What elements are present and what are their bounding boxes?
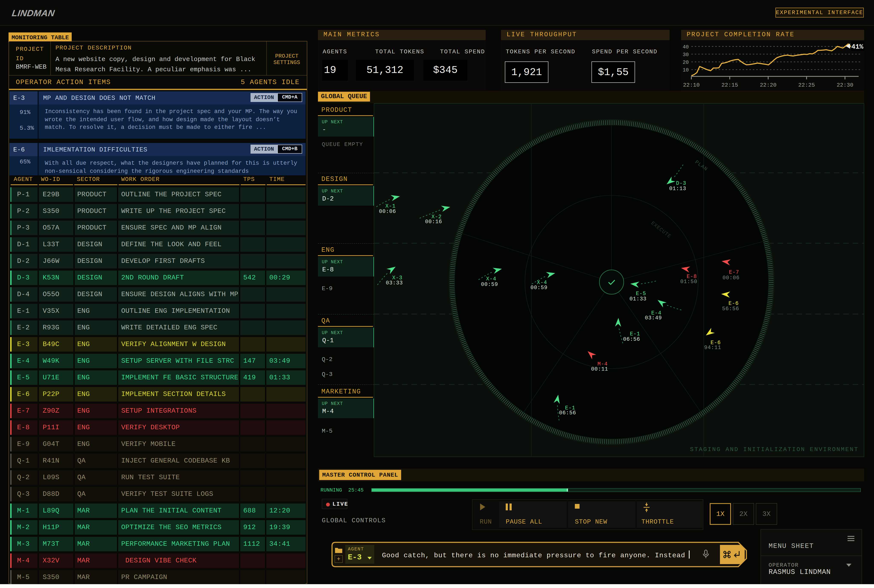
svg-text:94:11: 94:11	[704, 345, 721, 351]
svg-text:03:33: 03:33	[386, 280, 403, 286]
svg-text:06:56: 06:56	[559, 410, 576, 416]
svg-text:E-7: E-7	[729, 269, 739, 276]
svg-text:01:33: 01:33	[630, 296, 646, 302]
svg-text:00:11: 00:11	[591, 366, 608, 372]
svg-text:00:16: 00:16	[425, 219, 442, 225]
svg-text:22:15: 22:15	[721, 82, 738, 88]
svg-text:STAGING AND INITIALIZATION ENV: STAGING AND INITIALIZATION ENVIRONMENT	[690, 446, 859, 453]
svg-text:X-4: X-4	[486, 276, 496, 282]
svg-text:22:30: 22:30	[837, 82, 853, 88]
svg-text:01:50: 01:50	[680, 279, 697, 285]
svg-text:41%: 41%	[852, 43, 864, 51]
svg-text:22:10: 22:10	[683, 82, 700, 88]
svg-text:40: 40	[683, 44, 689, 50]
svg-text:03:49: 03:49	[645, 315, 662, 321]
svg-text:00:06: 00:06	[723, 275, 739, 281]
svg-text:10: 10	[683, 67, 689, 73]
svg-text:00:59: 00:59	[481, 281, 498, 288]
svg-text:30: 30	[683, 52, 689, 58]
svg-text:00:59: 00:59	[531, 285, 547, 291]
svg-text:00:06: 00:06	[379, 208, 396, 214]
svg-text:06:56: 06:56	[623, 336, 640, 342]
svg-text:01:13: 01:13	[669, 186, 686, 192]
svg-text:20: 20	[683, 60, 689, 65]
svg-text:22:20: 22:20	[760, 82, 777, 88]
svg-text:22:25: 22:25	[798, 82, 815, 88]
svg-text:56:56: 56:56	[722, 306, 739, 312]
